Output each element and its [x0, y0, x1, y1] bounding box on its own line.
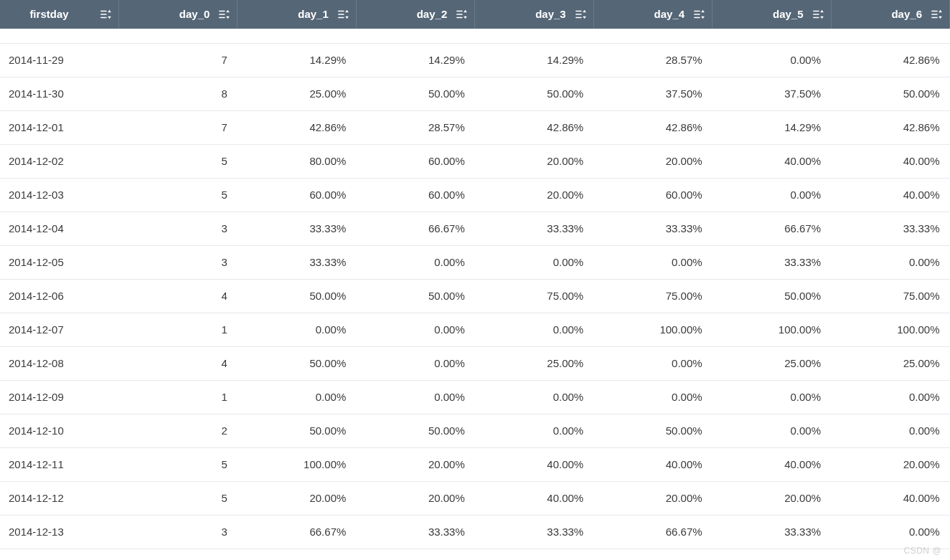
- cell-day_1: 42.86%: [238, 110, 356, 144]
- cell-firstday: 2014-12-05: [0, 245, 118, 279]
- cell-firstday: 2014-12-02: [0, 144, 118, 178]
- cell-day_5: 40.00%: [712, 447, 831, 481]
- column-header-label: day_3: [535, 0, 566, 29]
- cell-firstday: [0, 29, 118, 43]
- cell-day_0: 7: [118, 43, 237, 77]
- cell-day_3: 33.33%: [475, 212, 593, 245]
- sort-icon[interactable]: [575, 8, 588, 21]
- sort-icon[interactable]: [456, 8, 469, 21]
- sort-icon[interactable]: [812, 8, 825, 21]
- cell-firstday: 2014-12-08: [0, 346, 118, 380]
- cell-day_0: 5: [118, 178, 237, 212]
- column-header-day_5[interactable]: day_5: [712, 0, 831, 29]
- cell-day_4: 0.00%: [593, 245, 712, 279]
- cell-day_6: 0.00%: [831, 515, 949, 549]
- svg-marker-34: [820, 16, 824, 19]
- column-header-day_1[interactable]: day_1: [238, 0, 356, 29]
- svg-marker-29: [701, 16, 705, 19]
- cell-day_2: 20.00%: [356, 481, 474, 515]
- sort-icon[interactable]: [931, 8, 944, 21]
- cell-day_3: 33.33%: [475, 515, 593, 549]
- cell-day_2: 33.33%: [356, 515, 474, 549]
- column-header-day_3[interactable]: day_3: [475, 0, 593, 29]
- sort-icon[interactable]: [100, 8, 113, 21]
- table-row: 2014-12-13366.67%33.33%33.33%66.67%33.33…: [0, 515, 950, 549]
- cell-firstday: 2014-11-29: [0, 43, 118, 77]
- svg-marker-14: [345, 16, 349, 19]
- cell-firstday: 2014-12-07: [0, 313, 118, 346]
- column-header-label: day_1: [298, 0, 329, 29]
- cell-day_1: 60.00%: [238, 178, 356, 212]
- cell-day_2: 50.00%: [356, 279, 474, 313]
- cell-day_6: 0.00%: [831, 380, 949, 414]
- column-header-day_4[interactable]: day_4: [593, 0, 712, 29]
- cell-day_3: 0.00%: [475, 414, 593, 447]
- cell-day_2: 50.00%: [356, 77, 474, 110]
- column-header-label: day_6: [891, 0, 922, 29]
- column-header-firstday[interactable]: firstday: [0, 0, 118, 29]
- sort-icon[interactable]: [693, 8, 706, 21]
- cell-day_4: 75.00%: [593, 279, 712, 313]
- table-row: 2014-11-30825.00%50.00%50.00%37.50%37.50…: [0, 77, 950, 110]
- table-row: 2014-11-29714.29%14.29%14.29%28.57%0.00%…: [0, 43, 950, 77]
- table-body: 2014-11-29714.29%14.29%14.29%28.57%0.00%…: [0, 29, 950, 549]
- cell-day_1: 33.33%: [238, 245, 356, 279]
- cell-day_2: 60.00%: [356, 178, 474, 212]
- cell-day_6: 0.00%: [831, 245, 949, 279]
- cell-day_5: 50.00%: [712, 279, 831, 313]
- cell-day_3: 0.00%: [475, 380, 593, 414]
- cell-day_1: 80.00%: [238, 144, 356, 178]
- cell-day_0: [118, 29, 237, 43]
- svg-marker-28: [701, 10, 705, 13]
- column-header-day_2[interactable]: day_2: [356, 0, 474, 29]
- table-row: 2014-12-12520.00%20.00%40.00%20.00%20.00…: [0, 481, 950, 515]
- cell-day_6: 42.86%: [831, 43, 949, 77]
- cell-day_4: 20.00%: [593, 481, 712, 515]
- column-header-day_0[interactable]: day_0: [118, 0, 237, 29]
- cell-day_2: 28.57%: [356, 110, 474, 144]
- cell-day_1: 0.00%: [238, 313, 356, 346]
- cell-day_2: 0.00%: [356, 346, 474, 380]
- cell-day_2: 0.00%: [356, 245, 474, 279]
- cell-day_4: 0.00%: [593, 380, 712, 414]
- sort-icon[interactable]: [218, 8, 231, 21]
- cell-day_0: 8: [118, 77, 237, 110]
- cell-day_0: 1: [118, 380, 237, 414]
- table-row: 2014-12-05333.33%0.00%0.00%0.00%33.33%0.…: [0, 245, 950, 279]
- cell-day_1: 0.00%: [238, 380, 356, 414]
- cell-day_0: 3: [118, 212, 237, 245]
- cell-day_3: 25.00%: [475, 346, 593, 380]
- cell-firstday: 2014-12-12: [0, 481, 118, 515]
- cell-day_6: 33.33%: [831, 212, 949, 245]
- cell-day_3: 50.00%: [475, 77, 593, 110]
- cell-day_5: 0.00%: [712, 43, 831, 77]
- svg-marker-4: [108, 16, 111, 19]
- table-row: 2014-12-08450.00%0.00%25.00%0.00%25.00%2…: [0, 346, 950, 380]
- cell-day_0: 3: [118, 245, 237, 279]
- cell-day_5: 0.00%: [712, 380, 831, 414]
- cell-firstday: 2014-12-09: [0, 380, 118, 414]
- cell-day_2: 14.29%: [356, 43, 474, 77]
- svg-marker-38: [939, 10, 942, 13]
- cell-day_2: 50.00%: [356, 414, 474, 447]
- cell-day_0: 5: [118, 481, 237, 515]
- cell-day_4: 37.50%: [593, 77, 712, 110]
- cell-day_6: 25.00%: [831, 346, 949, 380]
- cell-day_1: 66.67%: [238, 515, 356, 549]
- cell-day_4: [593, 29, 712, 43]
- cell-day_4: 0.00%: [593, 346, 712, 380]
- data-table: firstday day_0 day_1 day_2: [0, 0, 950, 549]
- cell-day_3: 0.00%: [475, 313, 593, 346]
- cell-day_5: 20.00%: [712, 481, 831, 515]
- cell-day_4: 100.00%: [593, 313, 712, 346]
- svg-marker-9: [227, 16, 230, 19]
- cell-day_5: 33.33%: [712, 245, 831, 279]
- column-header-label: day_5: [773, 0, 804, 29]
- column-header-day_6[interactable]: day_6: [831, 0, 949, 29]
- cell-day_5: 25.00%: [712, 346, 831, 380]
- sort-icon[interactable]: [337, 8, 350, 21]
- cell-day_4: 50.00%: [593, 414, 712, 447]
- cell-day_3: [475, 29, 593, 43]
- cell-day_2: 0.00%: [356, 380, 474, 414]
- cell-day_2: 66.67%: [356, 212, 474, 245]
